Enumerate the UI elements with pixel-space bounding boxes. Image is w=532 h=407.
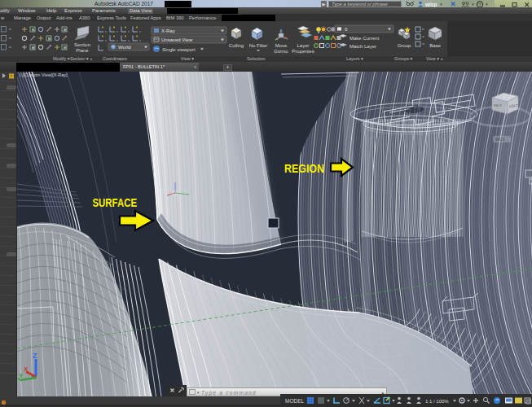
svg-text:REGION: REGION bbox=[284, 161, 324, 175]
svg-text:MODEL: MODEL bbox=[285, 398, 305, 404]
svg-text:No Filter: No Filter bbox=[249, 43, 268, 48]
svg-text:Culling: Culling bbox=[229, 43, 244, 48]
svg-text:Section: Section bbox=[74, 42, 90, 47]
svg-text:Y: Y bbox=[19, 372, 24, 379]
svg-text:LEFT: LEFT bbox=[509, 103, 518, 108]
svg-text:1:1 / 100%: 1:1 / 100% bbox=[425, 399, 449, 404]
svg-text:Properties: Properties bbox=[292, 49, 314, 54]
svg-text:Layer: Layer bbox=[297, 43, 309, 48]
svg-text:Make Current: Make Current bbox=[350, 36, 380, 41]
svg-text:BACK: BACK bbox=[494, 104, 503, 107]
svg-text:Group: Group bbox=[398, 43, 411, 48]
svg-text:Z: Z bbox=[33, 352, 37, 360]
svg-text:Move: Move bbox=[275, 43, 288, 48]
svg-text:Match Layer: Match Layer bbox=[350, 44, 376, 49]
svg-text:WCS: WCS bbox=[495, 137, 505, 142]
svg-text:World: World bbox=[118, 45, 131, 50]
svg-text:Single viewport: Single viewport bbox=[162, 47, 196, 52]
svg-text:X: X bbox=[24, 365, 29, 373]
svg-text:Base: Base bbox=[429, 43, 441, 48]
svg-text:SURFACE: SURFACE bbox=[93, 195, 138, 209]
svg-text:X-Ray: X-Ray bbox=[161, 28, 175, 33]
svg-text:Plane: Plane bbox=[76, 48, 89, 53]
svg-text:Unsaved View: Unsaved View bbox=[161, 37, 193, 42]
svg-text:Gizmo: Gizmo bbox=[274, 49, 288, 54]
